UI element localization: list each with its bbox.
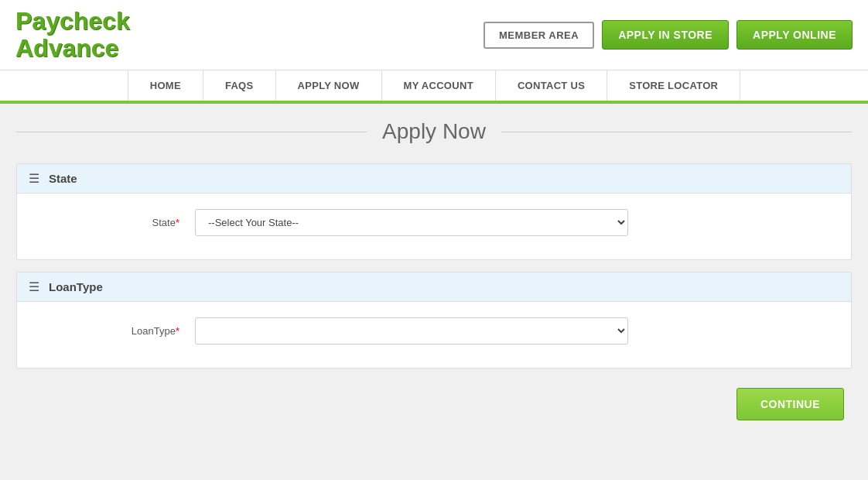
- apply-in-store-button[interactable]: APPLY IN STORE: [602, 20, 729, 50]
- state-section-icon: ☰: [29, 173, 39, 185]
- member-area-button[interactable]: MEMBER AREA: [484, 22, 594, 49]
- page-title: Apply Now: [367, 119, 501, 144]
- state-select[interactable]: --Select Your State-- Alabama Alaska Ari…: [195, 209, 628, 236]
- state-section-title: State: [49, 172, 77, 185]
- page-title-wrap: Apply Now: [16, 119, 852, 144]
- state-section: ☰ State State* --Select Your State-- Ala…: [16, 163, 852, 260]
- state-label: State*: [40, 217, 195, 228]
- loantype-required-marker: *: [176, 325, 179, 337]
- state-section-header: ☰ State: [17, 164, 851, 194]
- loantype-section-header: ☰ LoanType: [17, 273, 851, 302]
- loantype-section-body: LoanType* Payday Loan Installment Loan T…: [17, 302, 851, 368]
- main-content: Apply Now ☰ State State* --Select Your S…: [9, 104, 859, 451]
- loantype-section-icon: ☰: [29, 281, 39, 293]
- loantype-form-row: LoanType* Payday Loan Installment Loan T…: [40, 317, 828, 345]
- apply-online-button[interactable]: APPLY ONLINE: [736, 20, 853, 50]
- continue-button[interactable]: CONTINUE: [736, 388, 844, 420]
- footer-actions: CONTINUE: [16, 380, 852, 428]
- nav-faqs[interactable]: FAQS: [203, 70, 276, 101]
- state-form-row: State* --Select Your State-- Alabama Ala…: [40, 209, 828, 236]
- loantype-label: LoanType*: [40, 325, 195, 337]
- title-line-left: [16, 132, 367, 132]
- site-logo: Paycheck Advance: [15, 8, 130, 62]
- nav-my-account[interactable]: MY ACCOUNT: [382, 70, 496, 101]
- header-buttons: MEMBER AREA APPLY IN STORE APPLY ONLINE: [484, 20, 853, 50]
- loantype-select[interactable]: Payday Loan Installment Loan Title Loan: [195, 317, 628, 345]
- nav-store-locator[interactable]: STORE LOCATOR: [607, 70, 740, 101]
- nav-home[interactable]: HOME: [128, 70, 203, 101]
- loantype-section-title: LoanType: [49, 280, 103, 293]
- site-header: Paycheck Advance MEMBER AREA APPLY IN ST…: [0, 0, 868, 70]
- state-required-marker: *: [176, 217, 179, 228]
- logo-line1: Paycheck: [15, 8, 130, 35]
- state-section-body: State* --Select Your State-- Alabama Ala…: [17, 194, 851, 259]
- main-nav: HOME FAQS APPLY NOW MY ACCOUNT CONTACT U…: [0, 70, 868, 104]
- logo-line2: Advance: [15, 35, 130, 62]
- title-line-right: [501, 132, 852, 132]
- nav-apply-now[interactable]: APPLY NOW: [276, 70, 382, 101]
- loantype-section: ☰ LoanType LoanType* Payday Loan Install…: [16, 272, 852, 369]
- nav-contact-us[interactable]: CONTACT US: [496, 70, 607, 101]
